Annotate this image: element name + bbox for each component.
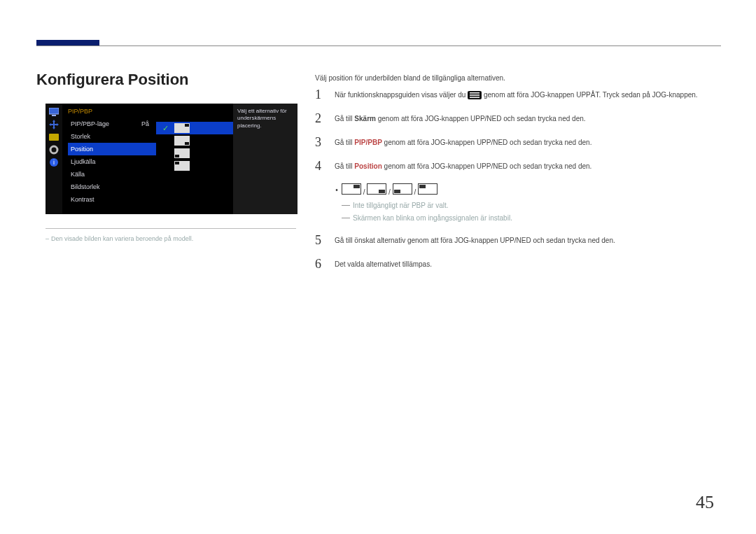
position-icons-row: • / / / bbox=[335, 183, 721, 196]
step-1: 1 När funktionsknappsguiden visas väljer… bbox=[315, 88, 721, 101]
pip-position-icon bbox=[174, 148, 190, 158]
osd-option bbox=[156, 147, 233, 160]
pip-position-icon bbox=[174, 161, 190, 171]
step-text: När funktionsknappsguiden visas väljer d… bbox=[335, 88, 698, 101]
osd-menu-item: Storlek bbox=[68, 130, 156, 143]
step-number: 1 bbox=[315, 88, 325, 101]
step-number: 5 bbox=[315, 234, 325, 246]
step-text: Gå till PIP/PBP genom att föra JOG-knapp… bbox=[335, 136, 592, 148]
check-icon bbox=[160, 161, 170, 171]
svg-point-4 bbox=[52, 148, 55, 151]
page-number: 45 bbox=[696, 492, 714, 513]
step-text: Gå till Skärm genom att föra JOG-knappen… bbox=[335, 112, 586, 125]
svg-rect-1 bbox=[52, 115, 56, 116]
osd-menu-item: PIP/PBP-lägePå bbox=[68, 118, 156, 130]
move-icon bbox=[48, 119, 59, 130]
menu-bars-icon bbox=[468, 91, 482, 99]
svg-rect-0 bbox=[49, 108, 59, 114]
page-title: Konfigurera Position bbox=[36, 71, 189, 89]
monitor-icon bbox=[48, 106, 59, 118]
osd-option bbox=[156, 134, 233, 147]
info-icon: i bbox=[48, 157, 59, 168]
svg-rect-8 bbox=[470, 92, 479, 94]
svg-rect-2 bbox=[49, 134, 59, 141]
steps-list: 1 När funktionsknappsguiden visas väljer… bbox=[315, 88, 721, 281]
step-5: 5 Gå till önskat alternativ genom att fö… bbox=[315, 234, 721, 246]
bullet-dot: • bbox=[335, 186, 339, 194]
osd-screenshot: i PIP/PBP PIP/PBP-lägePåStorlekPositionL… bbox=[46, 104, 298, 214]
gear-icon bbox=[48, 144, 59, 155]
position-box-icon bbox=[342, 183, 361, 195]
osd-menu: PIP/PBP PIP/PBP-lägePåStorlekPositionLju… bbox=[62, 104, 156, 214]
osd-menu-item: Ljudkälla bbox=[68, 155, 156, 168]
step-2: 2 Gå till Skärm genom att föra JOG-knapp… bbox=[315, 112, 721, 125]
check-icon bbox=[160, 136, 170, 146]
svg-rect-9 bbox=[470, 95, 479, 97]
pip-position-icon bbox=[174, 123, 190, 133]
osd-options-column: ✓ bbox=[156, 104, 233, 214]
step-3: 3 Gå till PIP/PBP genom att föra JOG-kna… bbox=[315, 136, 721, 148]
header-accent bbox=[36, 40, 99, 45]
intro-text: Välj position för underbilden bland de t… bbox=[315, 74, 505, 82]
position-box-icon bbox=[418, 183, 438, 195]
osd-menu-item: Källa bbox=[68, 168, 156, 181]
note-2: ―Skärmen kan blinka om ingångssignalen ä… bbox=[342, 213, 721, 223]
svg-rect-10 bbox=[470, 97, 479, 99]
check-icon bbox=[160, 148, 170, 158]
pip-position-icon bbox=[174, 136, 190, 146]
position-options-bullet: • / / / ―Inte tillgängligt när PBP är va… bbox=[335, 183, 721, 223]
osd-divider bbox=[46, 228, 296, 229]
position-box-icon bbox=[393, 183, 412, 195]
osd-category: PIP/PBP bbox=[68, 108, 156, 118]
osd-menu-item: Kontrast bbox=[68, 193, 156, 206]
step-number: 4 bbox=[315, 160, 325, 172]
osd-menu-item: Position bbox=[68, 143, 156, 155]
position-box-icon bbox=[367, 183, 386, 195]
footnote-text: Den visade bilden kan variera beroende p… bbox=[51, 235, 193, 242]
osd-option bbox=[156, 160, 233, 172]
step-4: 4 Gå till Position genom att föra JOG-kn… bbox=[315, 160, 721, 172]
footnote: –Den visade bilden kan variera beroende … bbox=[46, 235, 193, 242]
osd-help-text: Välj ett alternativ för underskärmens pl… bbox=[233, 104, 298, 214]
check-icon: ✓ bbox=[160, 123, 170, 133]
header-line bbox=[36, 45, 721, 46]
osd-option: ✓ bbox=[156, 122, 233, 134]
note-1: ―Inte tillgängligt när PBP är valt. bbox=[342, 200, 721, 210]
step-text: Gå till Position genom att föra JOG-knap… bbox=[335, 160, 592, 172]
step-number: 3 bbox=[315, 136, 325, 148]
svg-text:i: i bbox=[53, 159, 55, 166]
step-number: 6 bbox=[315, 258, 325, 270]
step-text: Det valda alternativet tillämpas. bbox=[335, 258, 432, 270]
osd-menu-item: Bildstorlek bbox=[68, 181, 156, 193]
step-number: 2 bbox=[315, 112, 325, 125]
osd-icon-column: i bbox=[46, 104, 62, 214]
step-text: Gå till önskat alternativ genom att föra… bbox=[335, 234, 615, 246]
label-icon bbox=[48, 132, 59, 143]
step-6: 6 Det valda alternativet tillämpas. bbox=[315, 258, 721, 270]
